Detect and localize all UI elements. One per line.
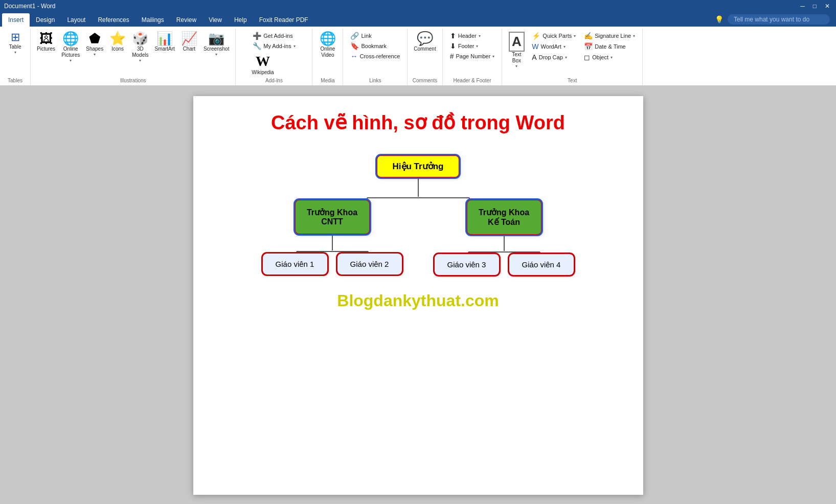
bookmark-icon: 🔖	[350, 42, 359, 50]
text-col1: ⚡ Quick Parts ▾ W WordArt ▾ A Drop Cap ▾	[529, 31, 579, 62]
ribbon-group-links: 🔗 Link 🔖 Bookmark ↔ Cross-reference Link…	[343, 29, 408, 85]
3d-models-button[interactable]: 🎲 3DModels ▾	[130, 31, 150, 64]
smartart-label: SmartArt	[154, 46, 174, 52]
icons-label: Icons	[111, 46, 124, 52]
tab-review[interactable]: Review	[170, 13, 202, 27]
signature-line-button[interactable]: ✍ Signature Line ▾	[581, 31, 638, 41]
wikipedia-icon: W	[256, 53, 270, 70]
ribbon-group-illustrations: 🖼 Pictures 🌐 OnlinePictures ▾ ⬟ Shapes ▾…	[31, 29, 236, 85]
wikipedia-label: Wikipedia	[252, 70, 274, 76]
footer-arrow: ▾	[476, 44, 478, 49]
textbox-button[interactable]: A TextBox ▾	[506, 31, 527, 70]
object-label: Object	[592, 54, 608, 60]
wordart-button[interactable]: W WordArt ▾	[529, 41, 579, 52]
get-addins-icon: ➕	[253, 32, 261, 40]
sub-row-cntt: Giáo viên 1 Giáo viên 2	[262, 253, 403, 276]
comments-group-label: Comments	[412, 77, 438, 85]
get-addins-button[interactable]: ➕ Get Add-ins	[250, 31, 296, 41]
tab-foxit[interactable]: Foxit Reader PDF	[253, 13, 314, 27]
tell-me-input[interactable]	[728, 14, 830, 25]
smartart-button[interactable]: 📊 SmartArt	[152, 31, 176, 53]
signature-line-label: Signature Line	[595, 33, 631, 39]
maximize-button[interactable]: □	[811, 3, 819, 10]
date-time-button[interactable]: 📅 Date & Time	[581, 41, 638, 52]
icons-button[interactable]: ⭐ Icons	[107, 31, 128, 53]
page-number-button[interactable]: # Page Number ▾	[447, 51, 498, 61]
online-video-button[interactable]: 🌐 OnlineVideo	[318, 31, 338, 59]
textbox-arrow: ▾	[515, 64, 517, 68]
online-pictures-label: OnlinePictures	[61, 46, 80, 58]
bookmark-button[interactable]: 🔖 Bookmark	[347, 41, 390, 51]
screenshot-button[interactable]: 📷 Screenshot ▾	[201, 31, 232, 58]
ribbon-group-media: 🌐 OnlineVideo Media	[312, 29, 343, 85]
pictures-button[interactable]: 🖼 Pictures	[35, 31, 57, 53]
comment-label: Comment	[414, 46, 436, 52]
signature-line-icon: ✍	[584, 32, 593, 40]
page-title: Cách vẽ hình, sơ đồ trong Word	[224, 111, 613, 134]
minimize-button[interactable]: ─	[798, 3, 807, 10]
comment-button[interactable]: 💬 Comment	[412, 31, 438, 53]
quick-parts-button[interactable]: ⚡ Quick Parts ▾	[529, 31, 579, 41]
my-addins-button[interactable]: 🔧 My Add-ins ▾	[250, 41, 298, 51]
textbox-icon: A	[509, 32, 525, 52]
get-addins-label: Get Add-ins	[263, 33, 292, 39]
cross-reference-button[interactable]: ↔ Cross-reference	[347, 51, 403, 61]
links-items: 🔗 Link 🔖 Bookmark ↔ Cross-reference	[347, 31, 403, 77]
footer-button[interactable]: ⬇ Footer ▾	[447, 41, 482, 51]
tab-references[interactable]: References	[92, 13, 135, 27]
level2-row: Trưởng KhoaCNTT Giáo viên 1 Giáo viên 2	[262, 199, 575, 276]
table-button[interactable]: ⊞ Table ▾	[5, 31, 26, 56]
illustrations-items: 🖼 Pictures 🌐 OnlinePictures ▾ ⬟ Shapes ▾…	[35, 31, 231, 77]
object-icon: ◻	[584, 53, 590, 61]
online-pictures-button[interactable]: 🌐 OnlinePictures ▾	[59, 31, 82, 64]
cross-reference-label: Cross-reference	[359, 53, 400, 59]
comments-items: 💬 Comment	[412, 31, 438, 77]
tell-me-section: 💡	[709, 12, 836, 27]
page-number-icon: #	[450, 52, 454, 60]
pictures-label: Pictures	[37, 46, 55, 52]
drop-cap-button[interactable]: A Drop Cap ▾	[529, 52, 579, 62]
header-button[interactable]: ⬆ Header ▾	[447, 31, 484, 41]
ribbon-group-tables: ⊞ Table ▾ Tables	[0, 29, 31, 85]
object-button[interactable]: ◻ Object ▾	[581, 52, 638, 62]
node-hieu-truong: Hiệu Trưởng	[376, 154, 461, 178]
date-time-label: Date & Time	[595, 43, 626, 50]
icons-icon: ⭐	[109, 32, 126, 45]
pictures-icon: 🖼	[39, 32, 53, 45]
tab-view[interactable]: View	[202, 13, 228, 27]
tab-layout[interactable]: Layout	[61, 13, 92, 27]
chart-button[interactable]: 📈 Chart	[179, 31, 199, 53]
tab-mailings[interactable]: Mailings	[135, 13, 170, 27]
wordart-icon: W	[532, 42, 538, 51]
word-page: Cách vẽ hình, sơ đồ trong Word Hiệu Trưở…	[193, 96, 643, 495]
window-bar: Document1 - Word ─ □ ✕	[0, 0, 836, 12]
node-truong-khoa-ke-toan: Trưởng KhoaKế Toán	[466, 199, 543, 236]
screenshot-icon: 📷	[208, 32, 224, 45]
online-pictures-icon: 🌐	[62, 32, 79, 45]
ribbon-header: Insert Design Layout References Mailings…	[0, 12, 836, 27]
shapes-arrow: ▾	[94, 52, 96, 57]
drop-cap-label: Drop Cap	[539, 54, 563, 60]
link-button[interactable]: 🔗 Link	[347, 31, 374, 41]
links-group-label: Links	[347, 77, 403, 85]
tab-insert[interactable]: Insert	[2, 13, 30, 27]
chart-label: Chart	[183, 46, 195, 52]
addins-items: ➕ Get Add-ins 🔧 My Add-ins ▾ W Wikipedia	[250, 31, 298, 77]
node-giao-vien-4: Giáo viên 4	[508, 253, 575, 276]
node-giao-vien-1: Giáo viên 1	[262, 253, 328, 276]
wikipedia-button[interactable]: W Wikipedia	[250, 52, 276, 77]
shapes-icon: ⬟	[89, 32, 101, 45]
lightbulb-icon: 💡	[715, 15, 724, 24]
tab-design[interactable]: Design	[30, 13, 61, 27]
node-giao-vien-2: Giáo viên 2	[336, 253, 403, 276]
text-group-label: Text	[506, 77, 638, 85]
text-items: A TextBox ▾ ⚡ Quick Parts ▾ W WordArt ▾ …	[506, 31, 638, 77]
shapes-button[interactable]: ⬟ Shapes ▾	[84, 31, 105, 58]
close-button[interactable]: ✕	[823, 3, 832, 10]
header-arrow: ▾	[479, 34, 481, 38]
cross-reference-icon: ↔	[350, 52, 357, 60]
ribbon-body: ⊞ Table ▾ Tables 🖼 Pictures 🌐 OnlinePict…	[0, 27, 836, 86]
tab-help[interactable]: Help	[228, 13, 253, 27]
quick-parts-label: Quick Parts	[543, 33, 572, 39]
table-dropdown-arrow: ▾	[14, 50, 16, 55]
